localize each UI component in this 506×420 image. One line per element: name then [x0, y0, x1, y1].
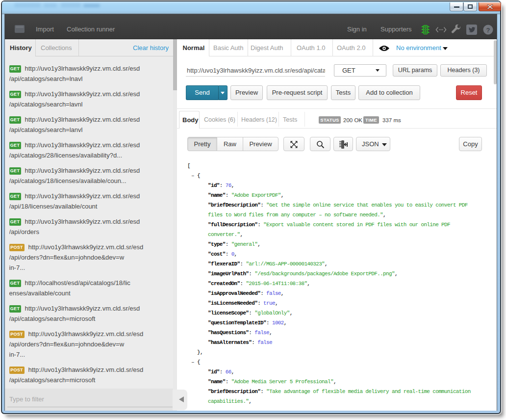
svg-text:?: ?: [486, 26, 490, 34]
